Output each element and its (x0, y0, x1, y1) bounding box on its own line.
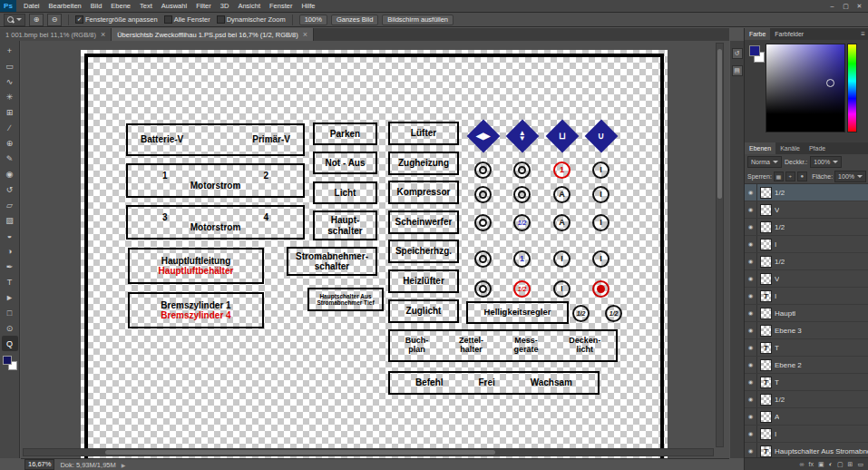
visibility-eye-icon[interactable]: ◉ (745, 443, 757, 458)
checkbox-dynamischer-zoom[interactable]: Dynamischer Zoom (217, 15, 286, 24)
layer-style-icon[interactable]: fx (809, 461, 814, 467)
menu-bild[interactable]: Bild (86, 0, 107, 12)
link-layers-icon[interactable]: ∞ (800, 461, 805, 467)
visibility-eye-icon[interactable]: ◉ (745, 253, 757, 269)
crop-tool[interactable]: ⊞ (2, 104, 18, 120)
visibility-eye-icon[interactable]: ◉ (745, 236, 757, 252)
layer-row[interactable]: ◉Ebene 2 (745, 357, 868, 374)
blend-mode-select[interactable]: Norma (747, 156, 782, 168)
menu-ebene[interactable]: Ebene (106, 0, 135, 12)
marquee-tool[interactable]: ▭ (2, 58, 18, 73)
tool-preset-picker[interactable] (4, 14, 25, 26)
zoom-in-button[interactable]: ⊕ (29, 14, 44, 26)
history-brush-tool[interactable]: ↺ (2, 181, 18, 197)
visibility-eye-icon[interactable]: ◉ (745, 357, 757, 373)
foreground-color-swatch[interactable] (749, 45, 760, 56)
menu-bearbeiten[interactable]: Bearbeiten (44, 0, 86, 12)
menu-text[interactable]: Text (135, 0, 157, 12)
zoom-tool[interactable]: Q (2, 336, 18, 351)
layer-row[interactable]: ◉THauptschalter Aus Stromabnehmer Tief (745, 443, 868, 458)
minimize-icon[interactable]: – (825, 0, 839, 12)
visibility-eye-icon[interactable]: ◉ (745, 270, 757, 287)
button-100[interactable]: 100% (299, 15, 327, 25)
button-ganzes-bild[interactable]: Ganzes Bild (331, 15, 378, 25)
hand-tool[interactable]: ⊙ (2, 320, 18, 336)
layer-mask-icon[interactable]: ▣ (818, 461, 824, 468)
menu-filter[interactable]: Filter (191, 0, 216, 12)
color-picker-cursor[interactable] (826, 79, 834, 87)
layer-row[interactable]: ◉V (745, 201, 868, 219)
layer-row[interactable]: ◉1/2 (745, 253, 868, 270)
history-panel-icon[interactable]: ↺ (732, 48, 743, 59)
color-picker-field[interactable] (766, 44, 845, 132)
magic-wand-tool[interactable]: ✳ (2, 89, 18, 104)
menu-datei[interactable]: Datei (19, 0, 44, 12)
layer-row[interactable]: ◉TT (745, 339, 868, 357)
document-tab[interactable]: 1 001.bmp bei 11,1% (RGB/8)× (0, 28, 112, 41)
vertical-scrollbar-thumb[interactable] (717, 49, 722, 199)
panel-menu-icon[interactable]: ≡ (861, 30, 868, 38)
layer-row[interactable]: ◉I (745, 236, 868, 253)
move-tool[interactable]: + (2, 43, 18, 58)
menu-ansicht[interactable]: Ansicht (233, 0, 265, 12)
vertical-scrollbar[interactable] (716, 43, 724, 447)
eyedropper-tool[interactable]: ∕ (2, 120, 18, 135)
layer-row[interactable]: ◉TT (745, 374, 868, 391)
maximize-icon[interactable]: ▢ (839, 0, 853, 12)
layer-row[interactable]: ◉TI (745, 288, 868, 305)
tab-kanaele[interactable]: Kanäle (775, 142, 805, 154)
layer-row[interactable]: ◉1/2 (745, 184, 868, 201)
tab-farbfelder[interactable]: Farbfelder (770, 28, 808, 40)
checkbox-alle-fenster[interactable]: Alle Fenster (164, 15, 210, 24)
adjustment-layer-icon[interactable]: ◐ (829, 461, 833, 467)
visibility-eye-icon[interactable]: ◉ (745, 391, 757, 407)
layer-row[interactable]: ◉I (745, 426, 868, 443)
tab-ebenen[interactable]: Ebenen (745, 142, 775, 154)
layer-row[interactable]: ◉V (745, 270, 868, 288)
zoom-out-button[interactable]: ⊖ (47, 14, 62, 26)
visibility-eye-icon[interactable]: ◉ (745, 426, 757, 442)
status-arrow-icon[interactable]: ▶ (122, 462, 126, 468)
delete-layer-icon[interactable]: ▭ (857, 461, 863, 468)
path-selection-tool[interactable]: ► (2, 289, 18, 305)
canvas-area[interactable]: Batterie-V Primär-V 1 2 Motorstrom 3 4 M… (21, 41, 729, 458)
lock-position-icon[interactable]: + (785, 171, 795, 181)
new-layer-icon[interactable]: ⊞ (848, 461, 853, 468)
visibility-eye-icon[interactable]: ◉ (745, 305, 757, 321)
menu-fenster[interactable]: Fenster (265, 0, 297, 12)
layer-row[interactable]: ◉Hauptl (745, 305, 868, 322)
lasso-tool[interactable]: ∿ (2, 73, 18, 89)
type-tool[interactable]: T (2, 274, 18, 289)
menu-3d[interactable]: 3D (216, 0, 234, 12)
layer-group-icon[interactable]: ▢ (837, 461, 844, 468)
lock-transparency-icon[interactable]: ▦ (774, 171, 784, 181)
brush-tool[interactable]: ✎ (2, 151, 18, 166)
tab-farbe[interactable]: Farbe (745, 28, 770, 40)
button-bildschirm-ausfüllen[interactable]: Bildschirm ausfüllen (382, 15, 454, 25)
foreground-color-swatch[interactable] (3, 356, 12, 365)
tab-close-icon[interactable]: × (101, 30, 105, 39)
dodge-tool[interactable]: ◑ (2, 243, 18, 259)
menu-auswahl[interactable]: Auswahl (157, 0, 191, 12)
lock-all-icon[interactable]: ● (797, 171, 807, 181)
clone-stamp-tool[interactable]: ◉ (2, 166, 18, 181)
visibility-eye-icon[interactable]: ◉ (745, 184, 757, 201)
visibility-eye-icon[interactable]: ◉ (745, 201, 757, 218)
tab-close-icon[interactable]: × (303, 30, 307, 39)
horizontal-scrollbar[interactable] (23, 448, 714, 456)
visibility-eye-icon[interactable]: ◉ (745, 339, 757, 356)
eraser-tool[interactable]: ▱ (2, 197, 18, 212)
shape-tool[interactable]: □ (2, 305, 18, 320)
visibility-eye-icon[interactable]: ◉ (745, 374, 757, 390)
layer-row[interactable]: ◉A (745, 408, 868, 426)
properties-panel-icon[interactable]: ▤ (732, 65, 743, 76)
layer-row[interactable]: ◉Ebene 3 (745, 322, 868, 339)
gradient-tool[interactable]: ▨ (2, 212, 18, 228)
zoom-level-field[interactable]: 16,67% (24, 459, 54, 470)
fill-select[interactable]: 100% (834, 171, 866, 182)
opacity-select[interactable]: 100% (810, 156, 842, 168)
document-canvas[interactable]: Batterie-V Primär-V 1 2 Motorstrom 3 4 M… (81, 50, 668, 458)
document-tab[interactable]: Übersichtsb Zweckofflihau 1.PS.psd bei 1… (112, 28, 314, 41)
visibility-eye-icon[interactable]: ◉ (745, 408, 757, 425)
tab-pfade[interactable]: Pfade (805, 142, 830, 154)
